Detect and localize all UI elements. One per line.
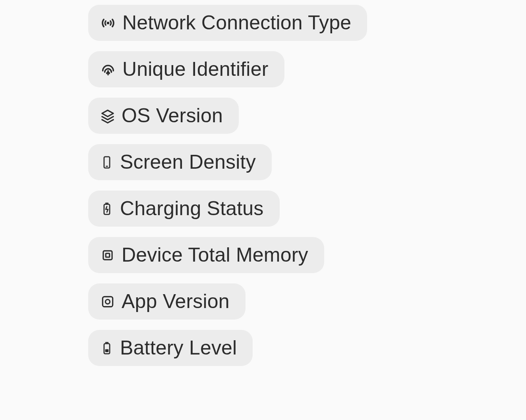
battery-charging-icon [100,201,114,217]
fingerprint-icon [100,62,116,77]
svg-rect-7 [106,253,110,257]
chip-device-total-memory[interactable]: Device Total Memory [88,237,324,273]
svg-marker-1 [102,110,114,116]
chip-list: Network Connection Type Unique Identifie… [88,5,367,366]
phone-icon [100,154,114,170]
svg-rect-12 [105,349,109,352]
svg-rect-8 [102,297,112,306]
chip-charging-status[interactable]: Charging Status [88,191,280,227]
broadcast-icon [100,15,116,31]
chip-network-connection-type[interactable]: Network Connection Type [88,5,367,41]
battery-icon [100,340,114,356]
chip-screen-density[interactable]: Screen Density [88,144,272,180]
chip-label: Charging Status [120,198,264,220]
app-icon [100,294,115,309]
chip-label: Unique Identifier [122,58,269,80]
chip-unique-identifier[interactable]: Unique Identifier [88,51,284,87]
chip-os-version[interactable]: OS Version [88,98,239,134]
chip-label: Network Connection Type [122,12,351,34]
chip-label: Battery Level [120,337,237,359]
layers-icon [100,108,115,123]
chip-label: App Version [122,291,230,312]
chip-label: Device Total Memory [122,244,308,266]
cpu-icon [100,248,115,263]
svg-rect-10 [104,343,110,354]
chip-battery-level[interactable]: Battery Level [88,330,253,366]
svg-point-9 [105,299,110,304]
svg-point-0 [107,21,110,24]
chip-label: OS Version [122,105,223,127]
svg-rect-6 [103,250,112,259]
chip-label: Screen Density [120,151,256,173]
chip-app-version[interactable]: App Version [88,283,246,320]
